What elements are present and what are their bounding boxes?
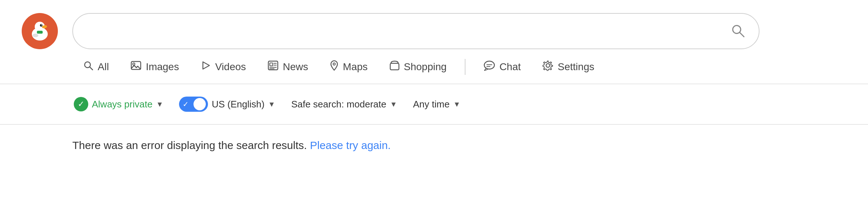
search-button[interactable] (731, 24, 745, 39)
nav-all-label: All (98, 61, 109, 73)
nav-separator (465, 59, 465, 75)
svg-point-25 (546, 64, 550, 67)
filters-bar: ✓ Always private ▼ ✓ US (English) ▼ Safe… (0, 84, 868, 125)
language-label: US (English) (212, 99, 264, 110)
nav-videos-label: Videos (215, 61, 246, 73)
nav-news-label: News (283, 61, 308, 73)
error-message: There was an error displaying the search… (72, 139, 846, 152)
svg-point-20 (333, 63, 335, 65)
nav-item-maps[interactable]: Maps (319, 56, 378, 77)
svg-point-3 (41, 25, 42, 25)
nav-maps-label: Maps (343, 61, 367, 73)
safe-search-chevron-icon: ▼ (390, 100, 397, 109)
search-input[interactable]: Is bing down (72, 13, 760, 49)
svg-rect-21 (390, 63, 399, 70)
shopping-nav-icon (390, 60, 400, 73)
safe-search-label: Safe search: moderate (291, 99, 386, 110)
nav-bar: All Images Videos (0, 56, 868, 84)
svg-point-12 (133, 63, 135, 65)
search-icon (731, 24, 745, 38)
language-filter-button[interactable]: ✓ US (English) ▼ (178, 94, 277, 115)
settings-nav-icon (542, 60, 553, 73)
chat-nav-icon (484, 60, 495, 73)
svg-line-10 (90, 67, 93, 70)
search-nav-icon (83, 60, 93, 73)
search-bar-wrapper: Is bing down (72, 13, 760, 49)
privacy-chevron-icon: ▼ (156, 100, 163, 109)
retry-link[interactable]: Please try again. (310, 139, 391, 151)
header: Is bing down (0, 0, 868, 56)
safe-search-filter-button[interactable]: Safe search: moderate ▼ (290, 96, 399, 113)
time-label: Any time (413, 99, 450, 110)
privacy-check-icon: ✓ (74, 97, 88, 111)
language-chevron-icon: ▼ (268, 100, 275, 109)
privacy-filter-button[interactable]: ✓ Always private ▼ (72, 94, 165, 114)
svg-line-8 (740, 33, 744, 37)
nav-item-settings[interactable]: Settings (532, 56, 605, 77)
time-chevron-icon: ▼ (453, 100, 460, 109)
images-nav-icon (131, 60, 141, 73)
logo[interactable] (22, 13, 58, 49)
nav-item-shopping[interactable]: Shopping (379, 56, 458, 77)
nav-item-videos[interactable]: Videos (190, 57, 257, 77)
svg-marker-13 (203, 62, 209, 69)
svg-point-6 (33, 34, 38, 37)
nav-item-chat[interactable]: Chat (473, 56, 532, 77)
nav-item-all[interactable]: All (72, 57, 120, 77)
svg-point-2 (40, 24, 43, 27)
nav-images-label: Images (146, 61, 179, 73)
privacy-label: Always private (92, 99, 153, 110)
error-section: There was an error displaying the search… (0, 125, 868, 166)
nav-settings-label: Settings (558, 61, 594, 73)
nav-item-images[interactable]: Images (120, 57, 190, 77)
maps-nav-icon (330, 60, 339, 73)
svg-rect-5 (37, 31, 43, 34)
nav-shopping-label: Shopping (404, 61, 447, 73)
time-filter-button[interactable]: Any time ▼ (412, 96, 462, 113)
error-message-text: There was an error displaying the search… (72, 139, 307, 151)
nav-item-news[interactable]: News (257, 57, 319, 77)
nav-chat-label: Chat (499, 61, 521, 73)
toggle-icon: ✓ (179, 97, 208, 112)
news-nav-icon (268, 60, 278, 73)
svg-rect-15 (270, 63, 273, 66)
videos-nav-icon (201, 60, 211, 73)
